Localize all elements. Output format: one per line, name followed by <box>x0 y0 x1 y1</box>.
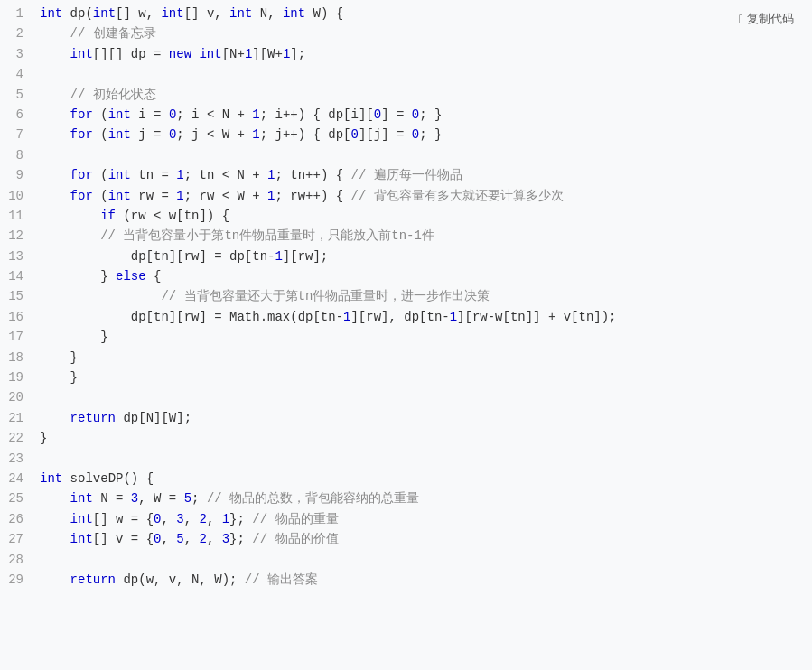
line-code: } <box>33 327 812 347</box>
line-code: int[][] dp = new int[N+1][W+1]; <box>33 44 812 64</box>
plain-token: ; tn < N + <box>184 168 267 182</box>
num-token: 2 <box>199 532 206 546</box>
plain-token: ][j] = <box>359 127 412 142</box>
num-token: 5 <box>184 491 191 506</box>
plain-token: ][rw]; <box>283 249 328 264</box>
line-code: int N = 3, W = 5; // 物品的总数，背包能容纳的总重量 <box>33 489 812 508</box>
kw-token: for <box>70 107 93 122</box>
num-token: 1 <box>252 127 259 142</box>
line-number: 28 <box>0 550 33 570</box>
table-row: 4 <box>0 64 812 84</box>
plain-token <box>40 228 100 243</box>
line-code: // 创建备忘录 <box>33 23 812 43</box>
line-number: 26 <box>0 509 33 529</box>
code-block: 1int dp(int[] w, int[] v, int N, int W) … <box>0 0 812 590</box>
plain-token: ][rw], dp[tn- <box>350 310 449 324</box>
line-number: 12 <box>0 226 33 246</box>
plain-token: dp[tn][rw] = dp[tn- <box>40 249 275 264</box>
plain-token <box>40 289 161 303</box>
table-row: 28 <box>0 550 812 570</box>
plain-token: ; rw++) { <box>275 189 351 203</box>
num-token: 1 <box>176 168 183 182</box>
plain-token: W) { <box>305 6 343 21</box>
line-code: for (int tn = 1; tn < N + 1; tn++) { // … <box>33 165 812 185</box>
line-code: int[] w = {0, 3, 2, 1}; // 物品的重量 <box>33 509 812 529</box>
plain-token: [] v = { <box>93 532 154 546</box>
kw-token: int <box>40 6 62 21</box>
plain-token: } <box>40 350 78 365</box>
plain-token: dp[N][W]; <box>116 411 191 425</box>
table-row: 26 int[] w = {0, 3, 2, 1}; // 物品的重量 <box>0 509 812 529</box>
cm-token: // 物品的价值 <box>252 532 338 546</box>
plain-token <box>40 88 70 102</box>
line-code <box>33 387 812 407</box>
table-row: 19 } <box>0 368 812 387</box>
table-row: 21 return dp[N][W]; <box>0 408 812 428</box>
line-number: 3 <box>0 44 33 64</box>
plain-token <box>40 491 70 506</box>
cm-token: // 物品的总数，背包能容纳的总重量 <box>207 491 419 506</box>
num-token: 2 <box>199 512 206 526</box>
plain-token: dp[tn][rw] = Math.max(dp[tn- <box>40 310 343 324</box>
table-row: 29 return dp(w, v, N, W); // 输出答案 <box>0 570 812 590</box>
kw-token: return <box>70 411 116 425</box>
line-number: 24 <box>0 469 33 489</box>
line-code: // 当背包容量还大于第tn件物品重量时，进一步作出决策 <box>33 286 812 306</box>
line-code <box>33 449 812 469</box>
plain-token: ][W+ <box>252 47 283 61</box>
plain-token <box>40 168 70 182</box>
kw-token: if <box>100 209 116 223</box>
line-code <box>33 550 812 570</box>
plain-token <box>40 512 70 526</box>
line-number: 10 <box>0 186 33 206</box>
num-token: 1 <box>252 107 259 122</box>
line-code: return dp[N][W]; <box>33 408 812 428</box>
cm-token: // 创建备忘录 <box>70 26 156 41</box>
plain-token <box>40 26 70 41</box>
plain-token: , <box>184 532 200 546</box>
table-row: 24int solveDP() { <box>0 469 812 489</box>
line-number: 7 <box>0 125 33 144</box>
kw-token: int <box>70 532 93 546</box>
line-number: 8 <box>0 145 33 165</box>
kw-token: int <box>229 6 252 21</box>
cm-token: // 输出答案 <box>245 572 318 587</box>
line-number: 18 <box>0 348 33 368</box>
line-number: 17 <box>0 327 33 347</box>
plain-token: ; tn++) { <box>275 168 351 182</box>
plain-token: , <box>161 532 176 546</box>
line-number: 9 <box>0 165 33 185</box>
line-code: } else { <box>33 266 812 286</box>
plain-token: ; rw < W + <box>184 189 267 203</box>
line-number: 29 <box>0 570 33 590</box>
line-code: } <box>33 428 812 448</box>
line-number: 19 <box>0 368 33 387</box>
plain-token: ; j++) { dp[ <box>260 127 351 142</box>
cm-token: // 当背包容量还大于第tn件物品重量时，进一步作出决策 <box>161 289 490 303</box>
plain-token: ( <box>93 127 108 142</box>
plain-token: } <box>40 330 108 344</box>
cm-token: // 背包容量有多大就还要计算多少次 <box>351 189 564 203</box>
line-code: return dp(w, v, N, W); // 输出答案 <box>33 570 812 590</box>
kw-token: for <box>70 127 93 142</box>
kw-token: int <box>283 6 305 21</box>
line-code: // 当背包容量小于第tn件物品重量时，只能放入前tn-1件 <box>33 226 812 246</box>
num-token: 1 <box>450 310 457 324</box>
plain-token: dp(w, v, N, W); <box>116 572 245 587</box>
table-row: 23 <box>0 449 812 469</box>
copy-button[interactable]:  复制代码 <box>732 7 801 31</box>
plain-token: } <box>40 431 47 445</box>
plain-token: [] v, <box>184 6 229 21</box>
num-token: 0 <box>412 127 419 142</box>
copy-label: 复制代码 <box>747 11 794 27</box>
num-token: 1 <box>176 189 183 203</box>
plain-token: ] = <box>381 107 412 122</box>
kw-token: new <box>169 47 191 61</box>
num-token: 1 <box>267 189 275 203</box>
line-code: int solveDP() { <box>33 469 812 489</box>
kw-token: int <box>40 471 62 486</box>
line-number: 1 <box>0 4 33 23</box>
cm-token: // 物品的重量 <box>252 512 338 526</box>
kw-token: int <box>70 491 93 506</box>
line-code: for (int j = 0; j < W + 1; j++) { dp[0][… <box>33 125 812 144</box>
